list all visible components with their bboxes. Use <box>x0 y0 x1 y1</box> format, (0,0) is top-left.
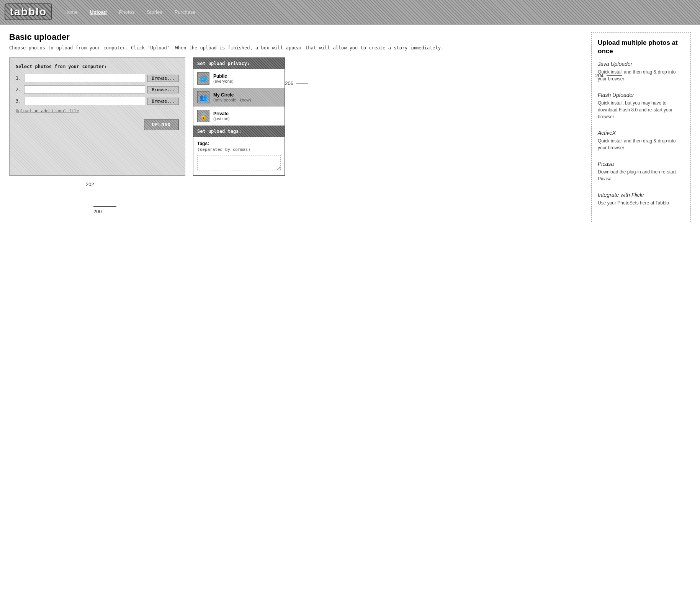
privacy-desc-private: (just me) <box>213 116 281 121</box>
browse-button-3[interactable]: Browse... <box>147 98 179 105</box>
file-input-2[interactable] <box>24 85 145 94</box>
sidebar-item-picasa-title: Picasa <box>598 161 684 167</box>
file-row-1-number: 1. <box>16 75 22 81</box>
navigation: Home Upload Photos Stories Purchase <box>61 8 199 16</box>
privacy-desc-public: (everyone) <box>213 79 281 83</box>
file-row-1: 1. Browse... <box>16 74 179 82</box>
sidebar-item-flash[interactable]: Flash Uploader Quick install, but you ma… <box>598 92 684 125</box>
sidebar: Upload multiple photos at once Java Uplo… <box>591 32 691 222</box>
file-row-2: 2. Browse... <box>16 85 179 94</box>
tags-header: Set upload tags: <box>193 126 285 137</box>
privacy-header: Set upload privacy: <box>193 58 285 69</box>
sidebar-item-flash-title: Flash Uploader <box>598 92 684 98</box>
file-input-1[interactable] <box>24 74 145 82</box>
privacy-info-mycircle: My Circle (only people I know) <box>213 92 281 102</box>
file-row-3: 3. Browse... <box>16 97 179 105</box>
file-row-2-number: 2. <box>16 87 22 92</box>
sidebar-item-activex-desc: Quick install and then drag & drop into … <box>598 137 684 151</box>
file-select-panel: Select photos from your computer: 1. Bro… <box>9 57 185 176</box>
privacy-option-private[interactable]: 🔒 Private (just me) <box>193 107 285 126</box>
nav-item-home[interactable]: Home <box>61 8 81 16</box>
file-row-3-number: 3. <box>16 98 22 104</box>
annotation-200: 200 <box>93 206 116 214</box>
privacy-info-private: Private (just me) <box>213 111 281 121</box>
privacy-name-mycircle: My Circle <box>213 92 281 98</box>
nav-item-upload[interactable]: Upload <box>87 8 110 16</box>
sidebar-title: Upload multiple photos at once <box>598 39 684 56</box>
page-description: Choose photos to upload from your comput… <box>9 44 576 51</box>
nav-item-stories[interactable]: Stories <box>144 8 165 16</box>
upload-section: Select photos from your computer: 1. Bro… <box>9 57 576 176</box>
logo-text[interactable]: tabblo <box>5 3 52 20</box>
privacy-tags-panel: 206 Set upload privacy: 🌐 Public (everyo… <box>193 57 285 176</box>
content-area: Basic uploader Choose photos to upload f… <box>9 32 591 222</box>
main-container: Basic uploader Choose photos to upload f… <box>0 25 700 230</box>
browse-button-1[interactable]: Browse... <box>147 75 179 82</box>
annotation-200-area: 200 <box>9 206 576 214</box>
sidebar-item-java[interactable]: Java Uploader Quick install and then dra… <box>598 61 684 87</box>
private-icon: 🔒 <box>197 110 209 122</box>
sidebar-item-flickr[interactable]: Integrate with Flickr Use your PhotoSets… <box>598 192 684 211</box>
sidebar-item-flash-desc: Quick install, but you may have to downl… <box>598 100 684 120</box>
nav-item-purchase[interactable]: Purchase <box>172 8 199 16</box>
sidebar-item-flickr-title: Integrate with Flickr <box>598 192 684 198</box>
browse-button-2[interactable]: Browse... <box>147 86 179 93</box>
privacy-panel: Set upload privacy: 🌐 Public (everyone) … <box>193 57 285 176</box>
public-icon: 🌐 <box>197 72 209 85</box>
sidebar-item-picasa[interactable]: Picasa Download the plug-in and then re-… <box>598 161 684 187</box>
sidebar-item-activex[interactable]: ActiveX Quick install and then drag & dr… <box>598 130 684 156</box>
privacy-name-private: Private <box>213 111 281 116</box>
privacy-name-public: Public <box>213 74 281 79</box>
page-title: Basic uploader <box>9 32 576 42</box>
upload-button[interactable]: UPLOAD <box>144 119 179 130</box>
tags-input[interactable] <box>197 155 281 170</box>
sidebar-item-picasa-desc: Download the plug-in and then re-start P… <box>598 168 684 182</box>
privacy-option-mycircle[interactable]: 👥 My Circle (only people I know) <box>193 88 285 107</box>
annotation-206: 206 <box>285 80 308 86</box>
tags-body: Tags: (separated by commas) <box>193 137 285 175</box>
sidebar-item-java-desc: Quick install and then drag & drop into … <box>598 69 684 82</box>
upload-btn-row: UPLOAD <box>16 119 179 130</box>
sidebar-item-java-title: Java Uploader <box>598 61 684 67</box>
sidebar-item-activex-title: ActiveX <box>598 130 684 136</box>
tags-label: Tags: <box>197 141 281 146</box>
sidebar-item-flickr-desc: Use your PhotoSets here at Tabblo <box>598 199 684 206</box>
logo: tabblo <box>5 3 52 20</box>
add-file-link[interactable]: Upload an additional file <box>16 108 179 113</box>
privacy-info-public: Public (everyone) <box>213 74 281 83</box>
tags-hint: (separated by commas) <box>197 147 281 152</box>
annotation-202: 202 <box>86 181 94 187</box>
nav-item-photos[interactable]: Photos <box>116 8 137 16</box>
file-input-3[interactable] <box>24 97 145 105</box>
file-select-title: Select photos from your computer: <box>16 64 179 69</box>
header: tabblo Home Upload Photos Stories Purcha… <box>0 0 700 25</box>
privacy-desc-mycircle: (only people I know) <box>213 98 281 102</box>
mycircle-icon: 👥 <box>197 91 209 103</box>
privacy-option-public[interactable]: 🌐 Public (everyone) <box>193 69 285 88</box>
